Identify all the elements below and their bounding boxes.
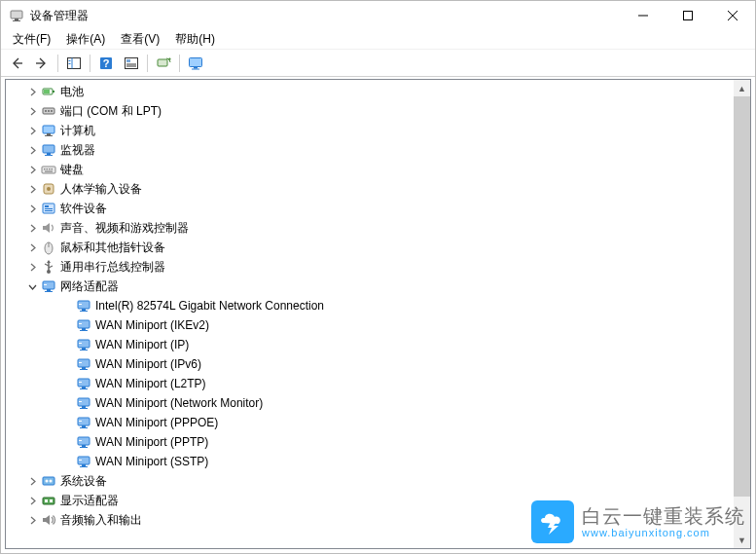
- expand-icon[interactable]: [25, 104, 39, 118]
- tree-node[interactable]: WAN Miniport (PPTP): [6, 432, 750, 452]
- nic-icon: [76, 434, 91, 450]
- close-button[interactable]: [710, 1, 755, 30]
- window-title: 设备管理器: [30, 8, 89, 24]
- tree-node[interactable]: Intel(R) 82574L Gigabit Network Connecti…: [6, 296, 750, 315]
- tree-node[interactable]: 通用串行总线控制器: [6, 257, 750, 277]
- vertical-scrollbar[interactable]: ▲ ▼: [734, 80, 750, 548]
- nic-icon: [76, 317, 91, 333]
- tree-node[interactable]: 音频输入和输出: [6, 510, 750, 530]
- toolbar-separator: [57, 55, 58, 72]
- expand-icon[interactable]: [25, 474, 39, 488]
- tree-node[interactable]: 人体学输入设备: [6, 179, 750, 199]
- tree-node[interactable]: 键盘: [6, 160, 750, 179]
- svg-rect-59: [80, 311, 88, 312]
- scan-hardware-button[interactable]: [152, 52, 175, 75]
- tree-node-label: WAN Miniport (IPv6): [95, 357, 201, 371]
- expand-icon[interactable]: [25, 182, 39, 196]
- tree-node[interactable]: 声音、视频和游戏控制器: [6, 218, 750, 238]
- tree-node[interactable]: 显示适配器: [6, 491, 750, 510]
- show-hide-tree-button[interactable]: [62, 52, 86, 75]
- scroll-down-arrow[interactable]: ▼: [734, 532, 750, 548]
- back-button[interactable]: [5, 52, 28, 75]
- maximize-button[interactable]: [666, 1, 710, 30]
- tree-node[interactable]: 计算机: [6, 121, 750, 140]
- monitor-button[interactable]: [184, 52, 207, 75]
- expand-icon[interactable]: [25, 85, 39, 98]
- svg-rect-31: [45, 135, 53, 136]
- tree-node[interactable]: WAN Miniport (IKEv2): [6, 315, 750, 335]
- svg-rect-87: [80, 447, 88, 448]
- svg-rect-70: [82, 367, 86, 369]
- tree-node[interactable]: 软件设备: [6, 199, 750, 218]
- tree-node-label: WAN Miniport (PPPOE): [95, 416, 218, 429]
- svg-point-26: [45, 110, 47, 112]
- menu-view[interactable]: 查看(V): [113, 29, 167, 50]
- expand-icon[interactable]: [25, 240, 39, 254]
- expand-icon[interactable]: [25, 124, 39, 137]
- svg-rect-82: [82, 425, 86, 427]
- scroll-up-arrow[interactable]: ▲: [734, 80, 750, 96]
- svg-rect-23: [53, 91, 54, 92]
- svg-rect-66: [82, 348, 86, 350]
- tree-node[interactable]: 鼠标和其他指针设备: [6, 238, 750, 257]
- tree-node-label: 声音、视频和游戏控制器: [60, 220, 189, 237]
- expand-icon[interactable]: [25, 163, 39, 176]
- svg-rect-17: [158, 59, 167, 66]
- tree-node[interactable]: WAN Miniport (IPv6): [6, 354, 750, 374]
- nic-icon: [76, 395, 91, 411]
- device-tree[interactable]: 电池端口 (COM 和 LPT)计算机监视器键盘人体学输入设备软件设备声音、视频…: [6, 80, 750, 548]
- expand-icon[interactable]: [25, 143, 39, 157]
- svg-rect-33: [47, 153, 51, 155]
- display-icon: [41, 493, 56, 508]
- tree-node[interactable]: WAN Miniport (SSTP): [6, 452, 750, 471]
- svg-rect-93: [43, 477, 54, 485]
- svg-rect-10: [69, 63, 71, 64]
- svg-rect-60: [79, 304, 82, 305]
- tree-node[interactable]: 端口 (COM 和 LPT): [6, 101, 750, 121]
- svg-rect-29: [43, 126, 54, 133]
- scroll-thumb[interactable]: [734, 96, 750, 497]
- tree-node[interactable]: WAN Miniport (Network Monitor): [6, 393, 750, 413]
- expand-icon[interactable]: [25, 494, 39, 507]
- help-button[interactable]: ?: [94, 52, 118, 75]
- tree-node-label: WAN Miniport (SSTP): [95, 455, 208, 468]
- audio-icon: [41, 512, 56, 528]
- tree-node[interactable]: 系统设备: [6, 471, 750, 491]
- forward-button[interactable]: [30, 52, 54, 75]
- tree-node-label: 计算机: [60, 123, 95, 139]
- monitor-icon: [41, 142, 56, 158]
- menu-action[interactable]: 操作(A): [58, 29, 113, 50]
- tree-node-label: 网络适配器: [60, 278, 119, 295]
- scroll-track[interactable]: [734, 96, 750, 532]
- svg-rect-64: [79, 323, 82, 324]
- tree-node-label: WAN Miniport (Network Monitor): [95, 396, 263, 410]
- svg-rect-92: [79, 460, 82, 461]
- expand-icon[interactable]: [25, 260, 39, 274]
- tree-node[interactable]: WAN Miniport (L2TP): [6, 374, 750, 393]
- svg-rect-36: [44, 168, 46, 170]
- tree-node[interactable]: WAN Miniport (IP): [6, 335, 750, 354]
- tree-node[interactable]: 网络适配器: [6, 277, 750, 296]
- svg-rect-88: [79, 440, 82, 441]
- collapse-icon[interactable]: [25, 279, 39, 293]
- software-icon: [41, 201, 56, 216]
- svg-rect-68: [79, 343, 82, 344]
- minimize-button[interactable]: [621, 1, 666, 30]
- expand-icon[interactable]: [25, 221, 39, 235]
- tree-node-label: 人体学输入设备: [60, 181, 142, 198]
- expand-icon[interactable]: [25, 202, 39, 215]
- svg-rect-0: [11, 11, 22, 18]
- svg-rect-79: [80, 408, 88, 409]
- tree-node[interactable]: 电池: [6, 82, 750, 101]
- nic-icon: [76, 337, 91, 352]
- tree-node[interactable]: 监视器: [6, 140, 750, 160]
- tree-node-label: 鼠标和其他指针设备: [60, 240, 165, 256]
- battery-icon: [41, 84, 56, 99]
- tree-node[interactable]: WAN Miniport (PPPOE): [6, 413, 750, 432]
- network-icon: [41, 278, 56, 294]
- window-controls: [621, 1, 755, 30]
- properties-button[interactable]: [120, 52, 143, 75]
- expand-icon[interactable]: [25, 513, 39, 527]
- menu-help[interactable]: 帮助(H): [167, 29, 223, 50]
- menu-file[interactable]: 文件(F): [5, 29, 58, 50]
